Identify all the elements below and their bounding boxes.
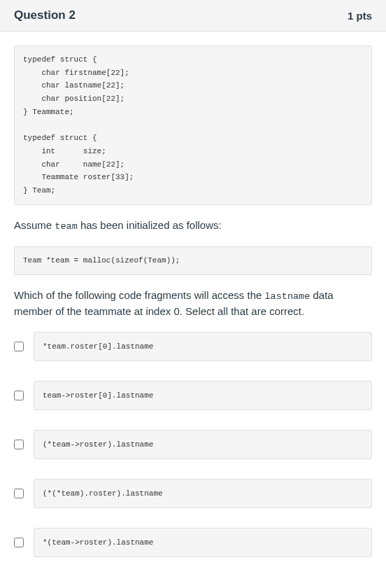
answer-code: team->roster[0].lastname: [34, 381, 372, 410]
prose-text: has been initialized as follows:: [78, 219, 222, 231]
answer-row: *team.roster[0].lastname: [14, 332, 372, 361]
answers-list: *team.roster[0].lastname team->roster[0]…: [14, 332, 372, 557]
question-body: typedef struct { char firstname[22]; cha…: [0, 31, 386, 588]
question-title: Question 2: [14, 8, 76, 22]
answer-code: (*(*team).roster).lastname: [34, 479, 372, 508]
question-header: Question 2 1 pts: [0, 0, 386, 31]
inline-code-team: team: [55, 221, 77, 232]
answer-checkbox[interactable]: [14, 342, 24, 351]
code-block-struct: typedef struct { char firstname[22]; cha…: [14, 46, 372, 205]
answer-code: (*team->roster).lastname: [34, 430, 372, 459]
answer-row: (*(*team).roster).lastname: [14, 479, 372, 508]
prose-text: Which of the following code fragments wi…: [14, 289, 265, 301]
answer-checkbox[interactable]: [14, 538, 24, 547]
answer-row: *(team->roster).lastname: [14, 528, 372, 557]
answer-code: *team.roster[0].lastname: [34, 332, 372, 361]
answer-checkbox[interactable]: [14, 440, 24, 449]
answer-checkbox[interactable]: [14, 391, 24, 400]
answer-row: team->roster[0].lastname: [14, 381, 372, 410]
answer-row: (*team->roster).lastname: [14, 430, 372, 459]
prose-question: Which of the following code fragments wi…: [14, 288, 372, 320]
prose-assume: Assume team has been initialized as foll…: [14, 218, 372, 234]
question-points: 1 pts: [348, 10, 372, 22]
answer-code: *(team->roster).lastname: [34, 528, 372, 557]
inline-code-lastname: lastname: [265, 291, 310, 302]
prose-text: Assume: [14, 219, 55, 231]
answer-checkbox[interactable]: [14, 489, 24, 498]
code-block-malloc: Team *team = malloc(sizeof(Team));: [14, 246, 372, 275]
